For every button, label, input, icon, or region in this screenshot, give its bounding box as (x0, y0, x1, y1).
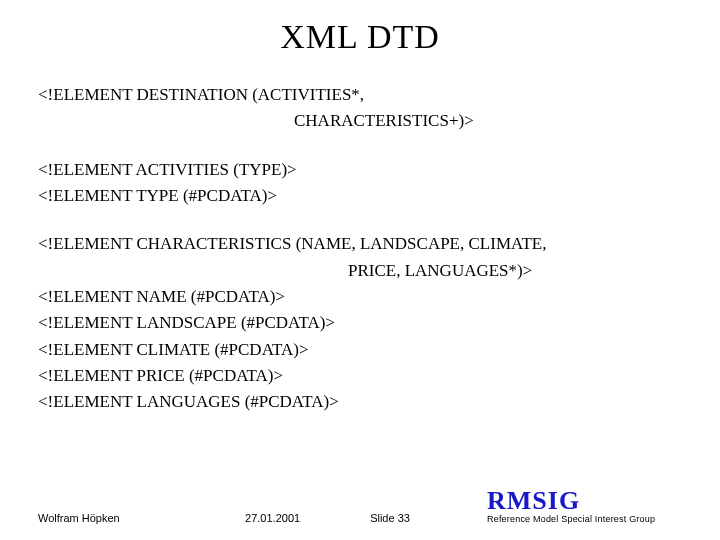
dtd-line: <!ELEMENT PRICE (#PCDATA)> (38, 363, 682, 389)
dtd-line: <!ELEMENT DESTINATION (ACTIVITIES*, (38, 82, 682, 108)
dtd-line: <!ELEMENT CLIMATE (#PCDATA)> (38, 337, 682, 363)
footer-author: Wolfram Höpken (38, 512, 168, 524)
footer-slide-number: Slide 33 (370, 512, 410, 524)
spacer (38, 209, 682, 231)
dtd-line: <!ELEMENT LANDSCAPE (#PCDATA)> (38, 310, 682, 336)
dtd-line: <!ELEMENT NAME (#PCDATA)> (38, 284, 682, 310)
dtd-line: PRICE, LANGUAGES*)> (38, 258, 682, 284)
dtd-line: <!ELEMENT TYPE (#PCDATA)> (38, 183, 682, 209)
rmsig-subtitle: Reference Model Special Interest Group (487, 514, 702, 524)
dtd-line: CHARACTERISTICS+)> (38, 108, 682, 134)
dtd-line: <!ELEMENT LANGUAGES (#PCDATA)> (38, 389, 682, 415)
spacer (38, 135, 682, 157)
rmsig-logo: RMSIG (487, 488, 702, 514)
dtd-line: <!ELEMENT ACTIVITIES (TYPE)> (38, 157, 682, 183)
slide-footer: Wolfram Höpken 27.01.2001 Slide 33 RMSIG… (38, 488, 702, 524)
dtd-line: <!ELEMENT CHARACTERISTICS (NAME, LANDSCA… (38, 231, 682, 257)
footer-logo-block: RMSIG Reference Model Special Interest G… (487, 488, 702, 524)
slide-body: <!ELEMENT DESTINATION (ACTIVITIES*, CHAR… (38, 82, 682, 416)
slide-title: XML DTD (38, 18, 682, 56)
footer-date: 27.01.2001 (245, 512, 300, 524)
slide: XML DTD <!ELEMENT DESTINATION (ACTIVITIE… (0, 0, 720, 540)
footer-center: 27.01.2001 Slide 33 (245, 512, 410, 524)
